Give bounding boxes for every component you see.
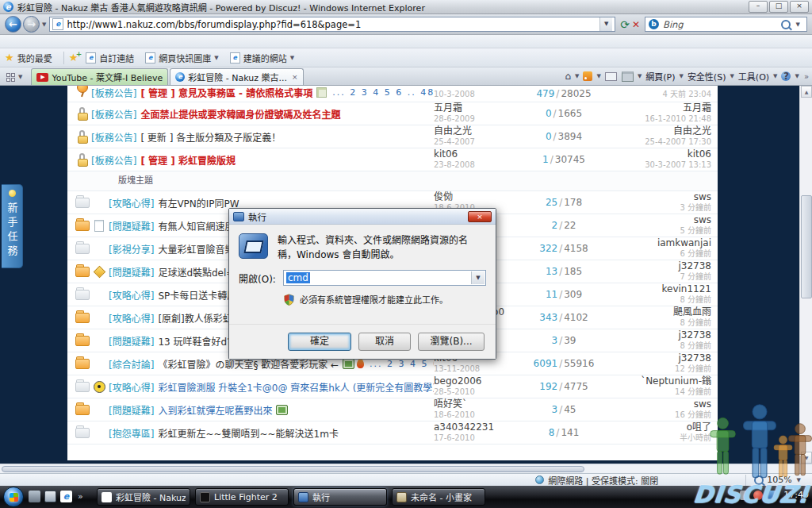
chevron-down-icon[interactable]: ▼ bbox=[596, 73, 600, 79]
taskbar-button[interactable]: Little Fighter 2 bbox=[195, 488, 289, 506]
taskbar-button[interactable]: 執行 bbox=[293, 488, 387, 506]
add-favorite-icon[interactable]: ★ bbox=[69, 52, 79, 64]
author-link[interactable]: 五月霜 bbox=[434, 102, 527, 114]
run-dialog-titlebar[interactable]: 執行 × bbox=[229, 209, 496, 225]
address-bar[interactable]: e http://www1.nakuz.com/bbs/forumdisplay… bbox=[49, 17, 615, 32]
category-link[interactable]: [抱怨專區] bbox=[109, 426, 154, 440]
scrollbar-thumb[interactable] bbox=[801, 195, 812, 298]
author-link[interactable]: kit06 bbox=[434, 148, 527, 160]
category-link[interactable]: [影視分享] bbox=[109, 242, 154, 256]
last-poster-link[interactable]: sws bbox=[600, 191, 711, 203]
thread-title-link[interactable]: 有左VPN的IP同PW bbox=[158, 196, 239, 210]
category-link[interactable]: [板務公告] bbox=[91, 86, 136, 99]
close-button[interactable]: × bbox=[790, 1, 809, 13]
restore-button[interactable]: □ bbox=[769, 1, 788, 13]
address-dropdown-icon[interactable]: ▼ bbox=[599, 17, 612, 31]
favorites-link[interactable]: e 自訂連結 ▼ bbox=[86, 52, 134, 64]
last-poster-link[interactable]: j32738 bbox=[600, 329, 711, 341]
refresh-icon[interactable]: ⟳ bbox=[620, 18, 630, 31]
last-poster-link[interactable]: 五月霜 bbox=[600, 102, 711, 114]
tab-nakuz-active[interactable]: e 彩虹冒險 - Nakuz 樂古... × bbox=[170, 68, 303, 85]
show-desktop-icon[interactable] bbox=[44, 491, 56, 502]
last-poster-link[interactable]: o咀了 bbox=[600, 421, 711, 433]
safety-menu[interactable]: 安全性(S) bbox=[688, 70, 726, 83]
taskbar-button[interactable]: 未命名 - 小畫家 bbox=[392, 488, 485, 506]
category-link[interactable]: [問題疑難] bbox=[109, 265, 154, 279]
thread-title-link[interactable]: [ 管理 ] 彩虹冒險版規 bbox=[140, 153, 236, 167]
author-link[interactable]: 自由之光 bbox=[434, 125, 527, 137]
favorites-link[interactable]: e 網頁快訊圖庫 ▼ bbox=[145, 52, 218, 64]
last-poster-link[interactable]: j32738 bbox=[600, 352, 711, 364]
minimize-button[interactable]: – bbox=[749, 1, 768, 13]
ok-button[interactable]: 確定 bbox=[288, 333, 351, 351]
quick-tabs-button[interactable]: ▼ bbox=[3, 69, 29, 85]
favorites-label[interactable]: 我的最愛 bbox=[17, 52, 52, 64]
search-icon[interactable] bbox=[781, 20, 791, 29]
switch-windows-icon[interactable] bbox=[29, 491, 40, 502]
last-poster-link[interactable]: 颶風血雨 bbox=[600, 306, 711, 318]
run-command-input[interactable]: cmd ▼ bbox=[283, 270, 486, 286]
forward-button[interactable]: → bbox=[23, 16, 40, 33]
thread-title-link[interactable]: 彩虹冒險測服 升裝全1卡@0@ 齊來召集hk人 (更新完全有圖教學) bbox=[158, 380, 434, 394]
favorites-star-icon[interactable]: ★ bbox=[5, 52, 14, 64]
last-poster-link[interactable]: iamkwanjai bbox=[600, 237, 711, 249]
thread-title-link[interactable]: [ 更新 ] 各主版分類及子版定義！ bbox=[140, 130, 281, 144]
tab-close-icon[interactable]: × bbox=[292, 73, 298, 81]
cancel-button[interactable]: 取消 bbox=[358, 333, 411, 351]
category-link[interactable]: [問題疑難] bbox=[109, 334, 154, 348]
overflow-chevron-icon[interactable]: » bbox=[804, 72, 809, 81]
category-link[interactable]: [問題疑難] bbox=[109, 219, 154, 233]
scroll-up-icon[interactable]: ▲ bbox=[801, 86, 812, 98]
favorites-link[interactable]: e 建議的網站 ▼ bbox=[230, 52, 294, 64]
thread-title-link[interactable]: 13 玩咩鞋會好d?? bbox=[158, 334, 236, 348]
help-icon[interactable]: ? bbox=[781, 71, 791, 81]
author-link[interactable]: bego2006 bbox=[434, 375, 527, 387]
last-poster-link[interactable]: sws bbox=[600, 214, 711, 226]
thread-title-link[interactable]: 入到彩虹就彈左呢舊野出來 bbox=[158, 403, 272, 417]
category-link[interactable]: [板務公告] bbox=[91, 107, 136, 121]
dialog-close-button[interactable]: × bbox=[468, 211, 492, 222]
author-link[interactable]: 唔好笑` bbox=[434, 398, 527, 410]
chevron-down-icon[interactable]: ▼ bbox=[730, 73, 733, 79]
last-poster-link[interactable]: 自由之光 bbox=[600, 125, 711, 137]
stop-icon[interactable]: ✕ bbox=[632, 19, 640, 30]
last-poster-link[interactable]: sws bbox=[600, 398, 711, 410]
print-icon[interactable] bbox=[622, 71, 634, 82]
last-poster-link[interactable]: kevin1121 bbox=[600, 283, 711, 295]
last-poster-link[interactable]: `Neptunium-鎓 bbox=[600, 375, 711, 387]
rss-icon[interactable] bbox=[583, 71, 592, 81]
browse-button[interactable]: 瀏覽(B)... bbox=[418, 333, 485, 351]
home-icon[interactable]: ⌂ bbox=[565, 71, 571, 82]
tab-youtube[interactable]: ▶ YouTube - 葉文輝-I Believe bbox=[31, 68, 168, 85]
newbie-tasks-tab[interactable]: 新手任務 bbox=[2, 184, 23, 268]
search-input[interactable]: Bing bbox=[663, 19, 781, 30]
chevron-down-icon[interactable]: ▼ bbox=[575, 73, 579, 79]
address-url[interactable]: http://www1.nakuz.com/bbs/forumdisplay.p… bbox=[67, 19, 599, 30]
category-link[interactable]: [攻略心得] bbox=[109, 288, 154, 302]
thread-title-link[interactable]: 彩虹更新左~~雙閘唔到~~能解決送1m卡 bbox=[158, 426, 339, 440]
tools-menu[interactable]: 工具(O) bbox=[738, 70, 769, 83]
pagination-links[interactable]: ... 2 3 4 5 6 .. 610 bbox=[370, 359, 434, 369]
scrollbar-thumb[interactable] bbox=[2, 466, 584, 472]
search-caret-icon[interactable]: ▼ bbox=[796, 21, 800, 28]
taskbar-button[interactable]: 彩虹冒險 - Nakuz ... bbox=[97, 488, 190, 506]
thread-title-link[interactable]: [ 管理 ] 意見及事務區 - 請依照格式事項 bbox=[140, 86, 312, 99]
category-link[interactable]: [攻略心得] bbox=[109, 311, 154, 325]
run-command-value[interactable]: cmd bbox=[286, 272, 310, 283]
search-box[interactable]: b Bing ▼ bbox=[645, 17, 807, 32]
chevron-down-icon[interactable]: ▼ bbox=[679, 73, 683, 79]
mail-icon[interactable] bbox=[605, 72, 617, 81]
last-poster-link[interactable]: kit06 bbox=[600, 148, 711, 160]
author-link[interactable]: a340342231 bbox=[434, 421, 527, 433]
category-link[interactable]: [板務公告] bbox=[91, 153, 136, 167]
category-link[interactable]: [攻略心得] bbox=[109, 196, 154, 210]
category-link[interactable]: [綜合討論] bbox=[109, 357, 154, 371]
thread-title-link[interactable]: 全面禁止提供或要求韓國身份證號碼及姓名主題 bbox=[140, 107, 340, 121]
last-poster-link[interactable]: j32738 bbox=[600, 260, 711, 272]
chevron-down-icon[interactable]: ▼ bbox=[638, 73, 642, 79]
page-menu[interactable]: 網頁(P) bbox=[645, 70, 675, 83]
horizontal-scrollbar[interactable] bbox=[0, 464, 812, 473]
chevron-down-icon[interactable]: ▼ bbox=[773, 73, 777, 79]
ie-quicklaunch-icon[interactable]: e bbox=[60, 491, 72, 502]
quicklaunch-chevron-icon[interactable]: » bbox=[78, 491, 83, 502]
